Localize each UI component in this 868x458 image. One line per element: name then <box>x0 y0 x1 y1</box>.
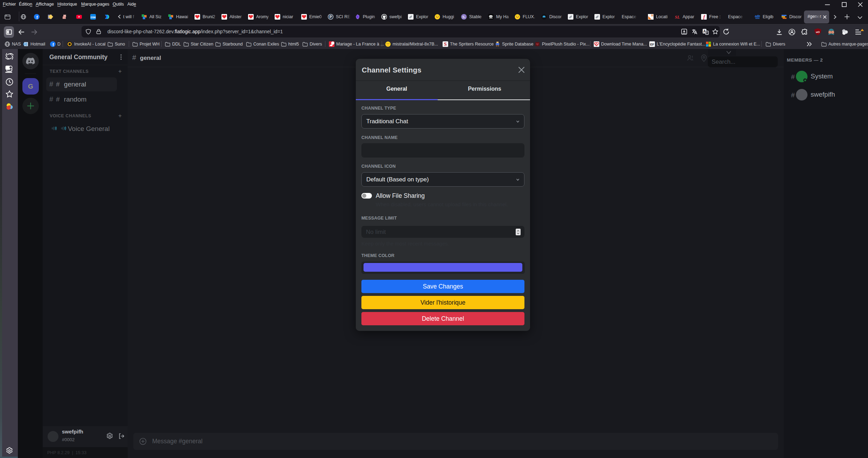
svg-text:uO: uO <box>816 30 820 34</box>
svg-text:P: P <box>330 15 332 19</box>
svg-text:adn: adn <box>755 14 760 18</box>
svg-text:S.: S. <box>463 15 466 19</box>
svg-text:S: S <box>444 42 447 47</box>
svg-text:CLOUD: CLOUD <box>489 16 493 18</box>
svg-text:DSM: DSM <box>91 16 96 19</box>
svg-text:SL: SL <box>675 15 680 20</box>
svg-text:EF: EF <box>650 43 654 46</box>
